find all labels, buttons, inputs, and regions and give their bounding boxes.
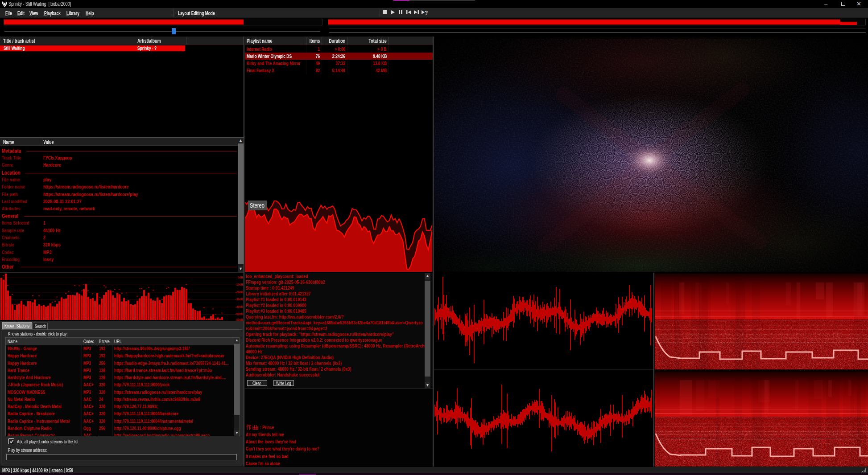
svg-text:?: ? [425, 10, 428, 16]
